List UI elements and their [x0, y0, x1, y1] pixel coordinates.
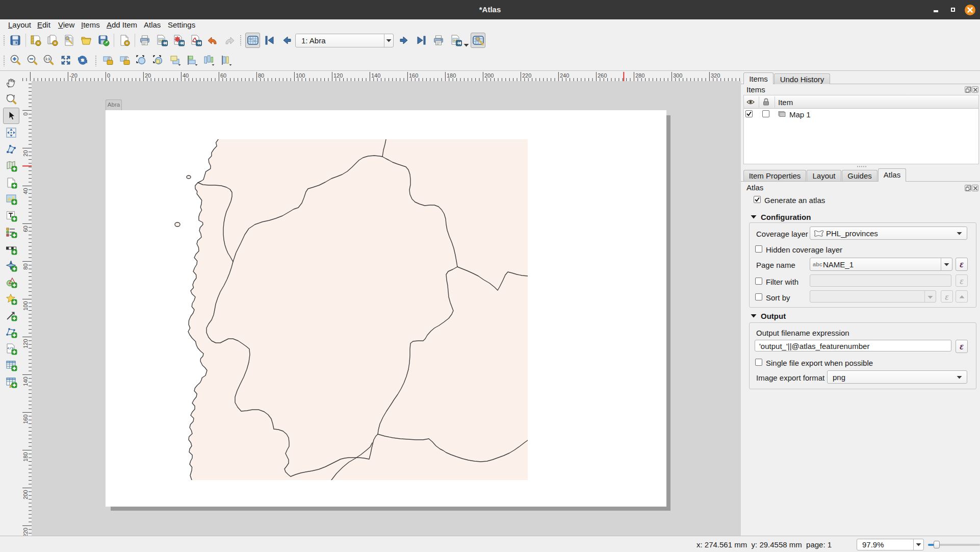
svg-text:100: 100	[296, 72, 305, 79]
svg-text:80: 80	[22, 263, 29, 269]
svg-text:180: 180	[447, 72, 456, 79]
svg-text:280: 280	[635, 72, 644, 79]
svg-text:20: 20	[145, 72, 151, 79]
svg-text:140: 140	[371, 72, 380, 79]
svg-text:200: 200	[22, 490, 29, 499]
svg-text:100: 100	[22, 301, 29, 310]
svg-text:0: 0	[107, 72, 110, 79]
svg-text:180: 180	[22, 452, 29, 461]
svg-text:140: 140	[22, 377, 29, 386]
svg-text:220: 220	[522, 72, 531, 79]
svg-text:20: 20	[22, 150, 29, 156]
svg-text:160: 160	[409, 72, 418, 79]
svg-text:80: 80	[258, 72, 264, 79]
svg-text:200: 200	[484, 72, 494, 79]
svg-text:160: 160	[22, 414, 29, 423]
svg-text:240: 240	[560, 72, 569, 79]
svg-text:60: 60	[22, 225, 29, 232]
svg-text:120: 120	[333, 72, 343, 79]
svg-text:40: 40	[183, 72, 189, 79]
svg-text:120: 120	[22, 339, 29, 348]
svg-text:60: 60	[220, 72, 226, 79]
svg-text:300: 300	[673, 72, 682, 79]
svg-text:320: 320	[711, 72, 720, 79]
svg-text:260: 260	[598, 72, 607, 79]
svg-text:-20: -20	[69, 72, 78, 79]
svg-text:1:1: 1:1	[45, 57, 50, 61]
svg-text:0: 0	[22, 112, 29, 115]
svg-text:40: 40	[22, 188, 29, 194]
svg-text:220: 220	[22, 528, 29, 536]
